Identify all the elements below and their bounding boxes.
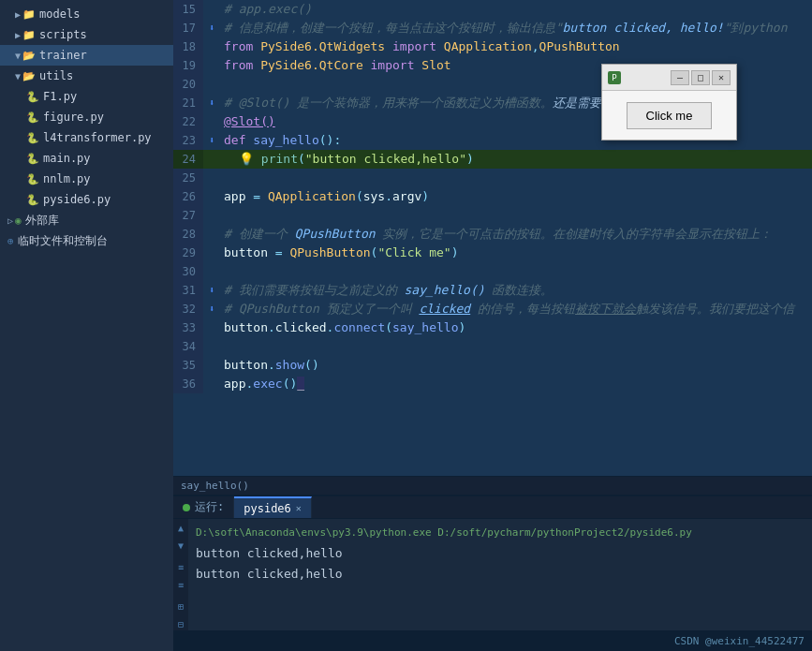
code-editor[interactable]: 15 # app.exec() 17 ⬇ # 信息和槽，创建一个按钮，每当点击这… (173, 0, 812, 476)
minimize-button[interactable]: — (671, 70, 689, 85)
scroll-up-icon[interactable]: ▲ (175, 523, 186, 533)
call-stack-bar: say_hello() (173, 476, 812, 495)
float-titlebar: P — □ ✕ (602, 65, 736, 91)
action-icon-2[interactable]: ≡ (175, 580, 186, 590)
line-number: 28 (173, 225, 203, 244)
close-button[interactable]: ✕ (712, 70, 731, 85)
status-bar: CSDN @weixin_44522477 (173, 630, 812, 651)
line-content: from PySide6.QtWidgets import QApplicati… (220, 37, 812, 56)
folder-icon-scripts: 📁 (22, 29, 36, 41)
run-dot (183, 504, 190, 511)
file-icon-figurepy: 🐍 (26, 111, 39, 124)
bottom-content: ▲ ▼ ≡ ≡ ⊞ ⊟ D:\soft\Anaconda\envs\py3.9\… (173, 519, 812, 630)
run-indicator-area: 运行: (173, 496, 234, 518)
sidebar-item-nnlmpy[interactable]: 🐍 nnlm.py (0, 169, 173, 189)
sidebar-item-temp[interactable]: ⊕ 临时文件和控制台 (0, 230, 173, 251)
expand-arrow-models: ▶ (15, 9, 21, 20)
float-window: P — □ ✕ Click me (601, 64, 737, 141)
scroll-down-icon[interactable]: ▼ (175, 540, 186, 551)
line-content: app.exec()_ (220, 375, 812, 393)
sidebar-item-utils[interactable]: ▼ 📂 utils (0, 66, 173, 86)
line-content: # app.exec() (220, 0, 812, 19)
sidebar-item-f1py[interactable]: 🐍 F1.py (0, 86, 173, 107)
line-gutter: ⬇ (203, 19, 220, 37)
expand-arrow-trainer: ▼ (15, 51, 21, 61)
line-gutter: ⬇ (203, 94, 220, 112)
sidebar-item-label: l4transformer.py (43, 131, 152, 144)
file-icon-f1py: 🐍 (26, 91, 39, 103)
folder-icon-trainer: 📂 (22, 50, 36, 62)
code-line-36: 36 app.exec()_ (173, 375, 812, 393)
sidebar-item-l4transformerpy[interactable]: 🐍 l4transformer.py (0, 127, 173, 148)
line-number: 19 (173, 56, 203, 75)
sidebar-item-label: utils (39, 69, 73, 82)
temp-label: 临时文件和控制台 (18, 233, 108, 249)
line-number: 26 (173, 187, 203, 206)
line-number: 24 (173, 150, 203, 169)
sidebar-item-label: scripts (39, 28, 87, 41)
temp-icon: ⊕ (7, 235, 14, 247)
line-content: # 创建一个 QPushButton 实例，它是一个可点击的按钮。在创建时传入的… (220, 225, 812, 244)
action-icon-4[interactable]: ⊟ (175, 619, 186, 629)
sidebar-item-label: models (39, 7, 80, 21)
folder-icon-models: 📁 (22, 8, 36, 21)
tab-close-icon[interactable]: ✕ (296, 503, 302, 513)
output-line-2: button clicked,hello (196, 564, 805, 584)
external-lib-label: 外部库 (25, 213, 59, 229)
line-number: 20 (173, 75, 203, 94)
line-content: # QPushButton 预定义了一个叫 clicked 的信号，每当按钮被按… (220, 300, 812, 318)
code-line-35: 35 button.show() (173, 356, 812, 375)
line-content: button.clicked.connect(say_hello) (220, 318, 812, 337)
console-output: D:\soft\Anaconda\envs\py3.9\python.exe D… (188, 519, 812, 630)
line-number: 29 (173, 244, 203, 262)
click-me-button[interactable]: Click me (627, 102, 713, 129)
line-number: 35 (173, 356, 203, 375)
line-content: app = QApplication(sys.argv) (220, 187, 812, 206)
bottom-panel: 运行: pyside6 ✕ ▲ ▼ ≡ ≡ ⊞ ⊟ D:\soft\Anacon… (173, 495, 812, 630)
file-tree: ▶ 📁 models ▶ 📁 scripts ▼ 📂 trainer ▼ 📂 u… (0, 0, 173, 651)
tab-pyside6[interactable]: pyside6 ✕ (234, 496, 312, 518)
output-line-1: button clicked,hello (196, 543, 805, 564)
code-line-29: 29 button = QPushButton("Click me") (173, 244, 812, 262)
line-number: 31 (173, 281, 203, 300)
folder-icon-utils: 📂 (22, 70, 36, 82)
action-icon-3[interactable]: ⊞ (175, 601, 186, 612)
app-icon: P (608, 71, 621, 84)
call-stack-label: say_hello() (181, 480, 249, 492)
file-icon-mainpy: 🐍 (26, 153, 39, 165)
sidebar-item-external-lib[interactable]: ▷ ◉ 外部库 (0, 210, 173, 230)
code-line-15: 15 # app.exec() (173, 0, 812, 19)
line-gutter: ⬇ (203, 300, 220, 318)
sidebar-item-mainpy[interactable]: 🐍 main.py (0, 148, 173, 169)
sidebar-item-trainer[interactable]: ▼ 📂 trainer (0, 45, 173, 66)
sidebar-item-label: F1.py (43, 90, 77, 103)
window-controls: — □ ✕ (671, 70, 731, 85)
sidebar-item-pyside6py[interactable]: 🐍 pyside6.py (0, 189, 173, 210)
line-number: 17 (173, 19, 203, 37)
code-line-33: 33 button.clicked.connect(say_hello) (173, 318, 812, 337)
maximize-button[interactable]: □ (691, 70, 710, 85)
line-number: 34 (173, 337, 203, 356)
line-number: 23 (173, 131, 203, 150)
sidebar-item-scripts[interactable]: ▶ 📁 scripts (0, 24, 173, 45)
sidebar-item-models[interactable]: ▶ 📁 models (0, 4, 173, 24)
sidebar-item-label: main.py (43, 152, 91, 165)
line-number: 22 (173, 112, 203, 131)
line-gutter: ⬇ (203, 281, 220, 300)
bottom-tabs: 运行: pyside6 ✕ (173, 496, 812, 519)
line-content: button = QPushButton("Click me") (220, 244, 812, 262)
line-content: button.show() (220, 356, 812, 375)
sidebar-item-label: figure.py (43, 111, 104, 124)
bottom-left-icons: ▲ ▼ ≡ ≡ ⊞ ⊟ (173, 519, 188, 630)
code-line-30: 30 (173, 262, 812, 281)
line-content: # 信息和槽，创建一个按钮，每当点击这个按钮时，输出信息"button clic… (220, 19, 812, 37)
code-line-27: 27 (173, 206, 812, 225)
sidebar-item-figurepy[interactable]: 🐍 figure.py (0, 107, 173, 127)
action-icon-1[interactable]: ≡ (175, 562, 186, 572)
code-line-24: 24 💡 print("button clicked,hello") (173, 150, 812, 169)
run-label: 运行: (195, 499, 224, 515)
line-number: 32 (173, 300, 203, 318)
sidebar-item-label: pyside6.py (43, 193, 111, 206)
line-number: 25 (173, 169, 203, 187)
float-body: Click me (602, 91, 736, 140)
